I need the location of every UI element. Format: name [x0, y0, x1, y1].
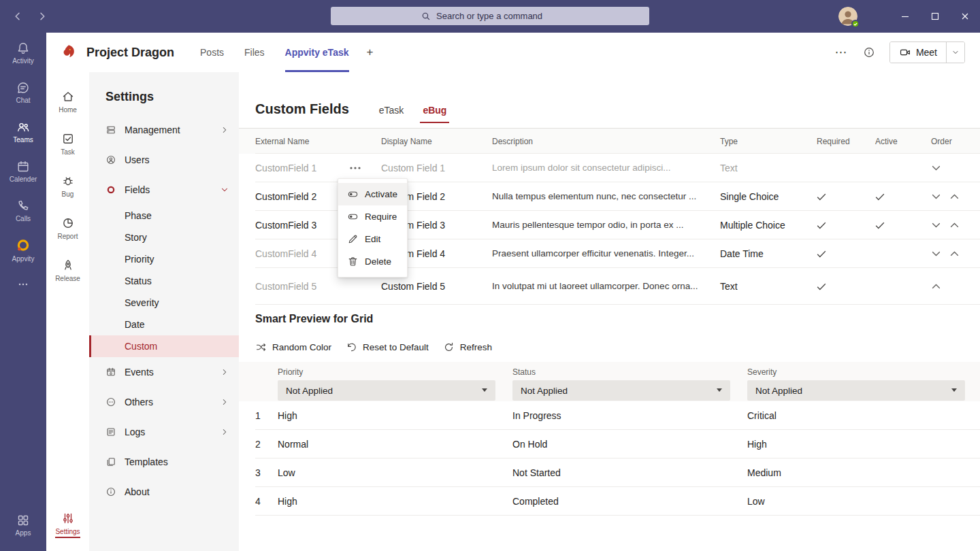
module-settings[interactable]: Settings — [46, 503, 89, 546]
window-minimize-button[interactable] — [900, 11, 911, 22]
report-chart-icon — [61, 216, 75, 230]
order-down-icon[interactable] — [931, 249, 941, 258]
module-report[interactable]: Report — [46, 207, 89, 249]
rail-item-more[interactable] — [0, 271, 46, 298]
description-cell: Mauris pellentesque tempor odio, in port… — [492, 219, 720, 231]
team-name: Project Dragon — [86, 46, 174, 60]
settings-nav-logs[interactable]: Logs — [89, 417, 239, 447]
order-up-icon[interactable] — [949, 192, 959, 201]
module-bug[interactable]: Bug — [46, 165, 89, 207]
page-title: Custom Fields — [255, 101, 349, 117]
rail-item-chat[interactable]: Chat — [0, 73, 46, 112]
settings-nav-story[interactable]: Story — [89, 227, 239, 248]
settings-nav-custom[interactable]: Custom — [89, 335, 239, 357]
settings-nav-events[interactable]: Events — [89, 357, 239, 387]
preview-filter-strip: Priority Not Applied Status Not Applied … — [239, 362, 980, 401]
reset-to-default-button[interactable]: Reset to Default — [346, 341, 429, 353]
camera-icon — [899, 46, 911, 59]
col-external-name: External Name — [255, 137, 381, 146]
nav-back-icon[interactable] — [11, 10, 24, 23]
settings-nav-priority[interactable]: Priority — [89, 248, 239, 270]
meet-button[interactable]: Meet — [890, 42, 946, 63]
order-down-icon[interactable] — [931, 163, 941, 173]
custom-fields-page: Custom Fields eTask eBug External Name D… — [239, 72, 980, 551]
menu-item-delete[interactable]: Delete — [338, 250, 407, 273]
search-input[interactable] — [436, 11, 559, 21]
settings-nav-users[interactable]: Users — [89, 145, 239, 175]
severity-value: Critical — [747, 410, 980, 421]
priority-dropdown[interactable]: Not Applied — [278, 380, 495, 401]
rail-item-appvity[interactable]: Appvity — [0, 231, 46, 269]
module-release[interactable]: Release — [46, 249, 89, 291]
tab-ebug[interactable]: eBug — [423, 105, 446, 116]
window-maximize-button[interactable] — [930, 11, 941, 22]
random-color-button[interactable]: Random Color — [255, 341, 331, 353]
menu-item-edit[interactable]: Edit — [338, 228, 407, 250]
nav-forward-icon[interactable] — [35, 10, 49, 23]
chevron-down-icon — [220, 185, 229, 195]
settings-sliders-icon — [61, 512, 75, 525]
module-home[interactable]: Home — [46, 80, 89, 122]
row-actions-trigger-icon[interactable] — [348, 162, 363, 174]
logs-icon — [105, 427, 116, 437]
row-number: 1 — [255, 410, 278, 421]
priority-value: Low — [278, 467, 512, 478]
dropdown-caret-icon — [717, 388, 722, 392]
tab-files[interactable]: Files — [244, 33, 265, 72]
meet-options-chevron-icon[interactable] — [947, 42, 964, 63]
command-search-box[interactable] — [331, 7, 649, 25]
module-task[interactable]: Task — [46, 122, 89, 165]
col-active: Active — [875, 137, 931, 146]
order-up-icon[interactable] — [949, 220, 959, 230]
order-down-icon[interactable] — [931, 220, 941, 230]
settings-nav-management[interactable]: Management — [89, 115, 239, 145]
order-up-icon[interactable] — [949, 249, 959, 258]
chevron-right-icon — [220, 125, 229, 135]
rail-item-calls[interactable]: Calls — [0, 192, 46, 230]
settings-nav-templates[interactable]: Templates — [89, 447, 239, 477]
shuffle-icon — [255, 341, 267, 353]
status-dropdown[interactable]: Not Applied — [512, 380, 730, 401]
settings-nav-about[interactable]: About — [89, 477, 239, 507]
channel-more-options-icon[interactable]: ⋯ — [834, 45, 849, 60]
active-check — [875, 193, 931, 201]
settings-nav-fields[interactable]: Fields — [89, 175, 239, 205]
channel-info-icon[interactable] — [862, 45, 877, 60]
settings-nav-others[interactable]: Others — [89, 387, 239, 417]
row-context-menu: Activate Require Edit Delete — [338, 178, 408, 278]
description-cell: Nulla tempus elementum nunc, nec consect… — [492, 190, 720, 203]
home-icon — [61, 90, 75, 103]
rail-item-activity[interactable]: Activity — [0, 34, 46, 72]
toggle-icon — [347, 188, 359, 200]
chevron-right-icon — [220, 427, 229, 437]
etask-module-rail: Home Task Bug Report — [46, 72, 89, 551]
tab-posts[interactable]: Posts — [200, 33, 224, 72]
preview-toolbar: Random Color Reset to Default Refresh — [255, 337, 980, 356]
severity-dropdown[interactable]: Not Applied — [747, 380, 965, 401]
rail-item-calendar[interactable]: Calender — [0, 152, 46, 190]
tab-etask[interactable]: eTask — [379, 105, 404, 116]
tab-appvity-etask[interactable]: Appvity eTask — [285, 33, 349, 72]
preview-rows: 1HighIn ProgressCritical2NormalOn HoldHi… — [239, 401, 980, 516]
col-required: Required — [817, 137, 875, 146]
severity-value: Low — [747, 496, 980, 507]
order-up-icon[interactable] — [931, 282, 941, 291]
settings-nav-status[interactable]: Status — [89, 270, 239, 292]
settings-nav-date[interactable]: Date — [89, 314, 239, 335]
menu-item-require[interactable]: Require — [338, 205, 407, 228]
add-tab-button[interactable]: + — [367, 46, 374, 59]
active-check — [875, 222, 931, 229]
rail-item-apps[interactable]: Apps — [0, 506, 46, 544]
display-name-cell: Custom Field 5 — [381, 281, 492, 292]
rail-item-teams[interactable]: Teams — [0, 113, 46, 151]
settings-nav-severity[interactable]: Severity — [89, 292, 239, 314]
calendar-icon — [16, 160, 30, 173]
menu-item-activate[interactable]: Activate — [338, 183, 407, 205]
user-avatar[interactable] — [838, 7, 858, 26]
chevron-right-icon — [220, 397, 229, 407]
settings-nav-phase[interactable]: Phase — [89, 205, 239, 227]
window-close-button[interactable] — [960, 11, 970, 22]
refresh-button[interactable]: Refresh — [443, 341, 492, 353]
activity-bell-icon — [16, 41, 30, 55]
order-down-icon[interactable] — [931, 192, 941, 201]
